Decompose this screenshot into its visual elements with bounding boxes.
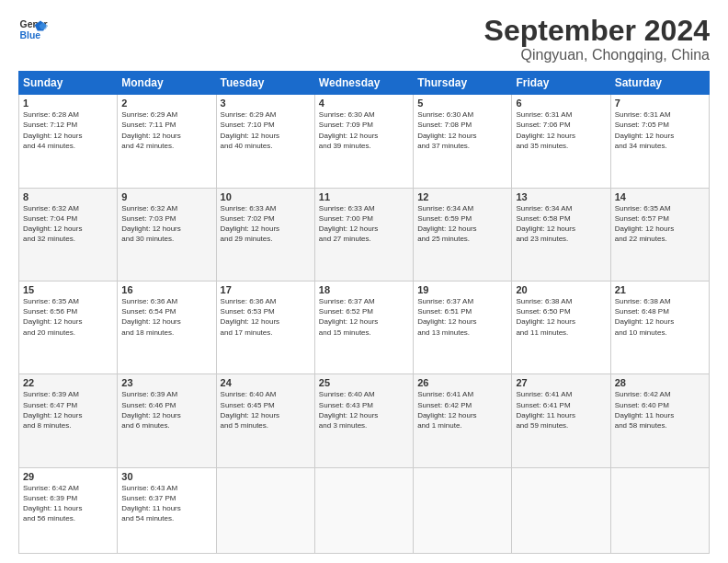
header-friday: Friday bbox=[512, 72, 610, 95]
cell-info: Sunrise: 6:41 AMSunset: 6:42 PMDaylight:… bbox=[417, 389, 507, 431]
table-row: 18Sunrise: 6:37 AMSunset: 6:52 PMDayligh… bbox=[314, 282, 413, 374]
month-title: September 2024 bbox=[484, 15, 710, 47]
table-row: 12Sunrise: 6:34 AMSunset: 6:59 PMDayligh… bbox=[414, 188, 512, 281]
calendar-table: Sunday Monday Tuesday Wednesday Thursday… bbox=[18, 71, 710, 554]
table-row: 30Sunrise: 6:43 AMSunset: 6:37 PMDayligh… bbox=[118, 467, 216, 553]
table-row: 21Sunrise: 6:38 AMSunset: 6:48 PMDayligh… bbox=[610, 282, 709, 374]
table-row: 10Sunrise: 6:33 AMSunset: 7:02 PMDayligh… bbox=[216, 188, 314, 281]
table-row bbox=[610, 467, 709, 553]
table-row: 28Sunrise: 6:42 AMSunset: 6:40 PMDayligh… bbox=[610, 374, 709, 467]
table-row: 23Sunrise: 6:39 AMSunset: 6:46 PMDayligh… bbox=[118, 374, 216, 467]
day-number: 13 bbox=[516, 191, 606, 202]
day-number: 16 bbox=[121, 284, 211, 295]
day-number: 27 bbox=[516, 377, 606, 388]
table-row bbox=[512, 467, 610, 553]
title-area: September 2024 Qingyuan, Chongqing, Chin… bbox=[484, 15, 710, 63]
table-row: 20Sunrise: 6:38 AMSunset: 6:50 PMDayligh… bbox=[512, 282, 610, 374]
cell-info: Sunrise: 6:38 AMSunset: 6:50 PMDaylight:… bbox=[516, 296, 606, 338]
cell-info: Sunrise: 6:38 AMSunset: 6:48 PMDaylight:… bbox=[615, 296, 705, 338]
day-number: 17 bbox=[221, 284, 311, 295]
day-number: 30 bbox=[121, 471, 211, 482]
cell-info: Sunrise: 6:34 AMSunset: 6:58 PMDaylight:… bbox=[516, 203, 606, 245]
cell-info: Sunrise: 6:37 AMSunset: 6:52 PMDaylight:… bbox=[319, 296, 409, 338]
day-number: 14 bbox=[615, 191, 705, 202]
day-number: 5 bbox=[417, 98, 507, 109]
day-number: 12 bbox=[417, 191, 507, 202]
cell-info: Sunrise: 6:31 AMSunset: 7:05 PMDaylight:… bbox=[615, 109, 705, 151]
logo-icon: General Blue bbox=[18, 15, 48, 44]
day-number: 6 bbox=[516, 98, 606, 109]
day-number: 29 bbox=[23, 471, 113, 482]
logo: General Blue bbox=[18, 15, 48, 44]
cell-info: Sunrise: 6:37 AMSunset: 6:51 PMDaylight:… bbox=[417, 296, 507, 338]
table-row: 27Sunrise: 6:41 AMSunset: 6:41 PMDayligh… bbox=[512, 374, 610, 467]
cell-info: Sunrise: 6:43 AMSunset: 6:37 PMDaylight:… bbox=[121, 483, 211, 524]
header-monday: Monday bbox=[118, 72, 216, 95]
table-row: 16Sunrise: 6:36 AMSunset: 6:54 PMDayligh… bbox=[118, 282, 216, 374]
day-number: 11 bbox=[319, 191, 409, 202]
cell-info: Sunrise: 6:41 AMSunset: 6:41 PMDaylight:… bbox=[516, 389, 606, 431]
day-number: 3 bbox=[221, 98, 311, 109]
cell-info: Sunrise: 6:33 AMSunset: 7:00 PMDaylight:… bbox=[319, 203, 409, 245]
cell-info: Sunrise: 6:34 AMSunset: 6:59 PMDaylight:… bbox=[417, 203, 507, 245]
cell-info: Sunrise: 6:28 AMSunset: 7:12 PMDaylight:… bbox=[23, 109, 113, 151]
cell-info: Sunrise: 6:30 AMSunset: 7:08 PMDaylight:… bbox=[417, 109, 507, 151]
cell-info: Sunrise: 6:30 AMSunset: 7:09 PMDaylight:… bbox=[319, 109, 409, 151]
day-number: 24 bbox=[221, 377, 311, 388]
day-number: 23 bbox=[121, 377, 211, 388]
day-number: 18 bbox=[319, 284, 409, 295]
cell-info: Sunrise: 6:35 AMSunset: 6:56 PMDaylight:… bbox=[23, 296, 113, 338]
day-number: 20 bbox=[516, 284, 606, 295]
cell-info: Sunrise: 6:36 AMSunset: 6:54 PMDaylight:… bbox=[121, 296, 211, 338]
day-number: 19 bbox=[417, 284, 507, 295]
table-row: 25Sunrise: 6:40 AMSunset: 6:43 PMDayligh… bbox=[314, 374, 413, 467]
table-row bbox=[216, 467, 314, 553]
table-row: 5Sunrise: 6:30 AMSunset: 7:08 PMDaylight… bbox=[414, 95, 512, 188]
cell-info: Sunrise: 6:36 AMSunset: 6:53 PMDaylight:… bbox=[221, 296, 311, 338]
table-row: 13Sunrise: 6:34 AMSunset: 6:58 PMDayligh… bbox=[512, 188, 610, 281]
table-row: 11Sunrise: 6:33 AMSunset: 7:00 PMDayligh… bbox=[314, 188, 413, 281]
day-number: 1 bbox=[23, 98, 113, 109]
day-number: 7 bbox=[615, 98, 705, 109]
header-sunday: Sunday bbox=[19, 72, 118, 95]
table-row: 26Sunrise: 6:41 AMSunset: 6:42 PMDayligh… bbox=[414, 374, 512, 467]
cell-info: Sunrise: 6:42 AMSunset: 6:40 PMDaylight:… bbox=[615, 389, 705, 431]
subtitle: Qingyuan, Chongqing, China bbox=[484, 47, 710, 63]
cell-info: Sunrise: 6:32 AMSunset: 7:04 PMDaylight:… bbox=[23, 203, 113, 245]
table-row: 24Sunrise: 6:40 AMSunset: 6:45 PMDayligh… bbox=[216, 374, 314, 467]
day-number: 10 bbox=[221, 191, 311, 202]
cell-info: Sunrise: 6:35 AMSunset: 6:57 PMDaylight:… bbox=[615, 203, 705, 245]
cell-info: Sunrise: 6:39 AMSunset: 6:47 PMDaylight:… bbox=[23, 389, 113, 431]
cell-info: Sunrise: 6:32 AMSunset: 7:03 PMDaylight:… bbox=[121, 203, 211, 245]
table-row: 19Sunrise: 6:37 AMSunset: 6:51 PMDayligh… bbox=[414, 282, 512, 374]
day-number: 28 bbox=[615, 377, 705, 388]
cell-info: Sunrise: 6:31 AMSunset: 7:06 PMDaylight:… bbox=[516, 109, 606, 151]
header-saturday: Saturday bbox=[610, 72, 709, 95]
table-row: 7Sunrise: 6:31 AMSunset: 7:05 PMDaylight… bbox=[610, 95, 709, 188]
cell-info: Sunrise: 6:42 AMSunset: 6:39 PMDaylight:… bbox=[23, 483, 113, 524]
table-row: 17Sunrise: 6:36 AMSunset: 6:53 PMDayligh… bbox=[216, 282, 314, 374]
header-tuesday: Tuesday bbox=[216, 72, 314, 95]
cell-info: Sunrise: 6:39 AMSunset: 6:46 PMDaylight:… bbox=[121, 389, 211, 431]
header-wednesday: Wednesday bbox=[314, 72, 413, 95]
table-row bbox=[414, 467, 512, 553]
day-number: 21 bbox=[615, 284, 705, 295]
table-row: 14Sunrise: 6:35 AMSunset: 6:57 PMDayligh… bbox=[610, 188, 709, 281]
day-number: 8 bbox=[23, 191, 113, 202]
cell-info: Sunrise: 6:29 AMSunset: 7:10 PMDaylight:… bbox=[221, 109, 311, 151]
table-row: 4Sunrise: 6:30 AMSunset: 7:09 PMDaylight… bbox=[314, 95, 413, 188]
table-row: 6Sunrise: 6:31 AMSunset: 7:06 PMDaylight… bbox=[512, 95, 610, 188]
cell-info: Sunrise: 6:40 AMSunset: 6:43 PMDaylight:… bbox=[319, 389, 409, 431]
table-row: 8Sunrise: 6:32 AMSunset: 7:04 PMDaylight… bbox=[19, 188, 118, 281]
table-row: 3Sunrise: 6:29 AMSunset: 7:10 PMDaylight… bbox=[216, 95, 314, 188]
day-number: 25 bbox=[319, 377, 409, 388]
day-number: 4 bbox=[319, 98, 409, 109]
cell-info: Sunrise: 6:33 AMSunset: 7:02 PMDaylight:… bbox=[221, 203, 311, 245]
day-number: 2 bbox=[121, 98, 211, 109]
calendar-header-row: Sunday Monday Tuesday Wednesday Thursday… bbox=[19, 72, 710, 95]
table-row: 9Sunrise: 6:32 AMSunset: 7:03 PMDaylight… bbox=[118, 188, 216, 281]
day-number: 9 bbox=[121, 191, 211, 202]
header-thursday: Thursday bbox=[414, 72, 512, 95]
cell-info: Sunrise: 6:40 AMSunset: 6:45 PMDaylight:… bbox=[221, 389, 311, 431]
day-number: 22 bbox=[23, 377, 113, 388]
